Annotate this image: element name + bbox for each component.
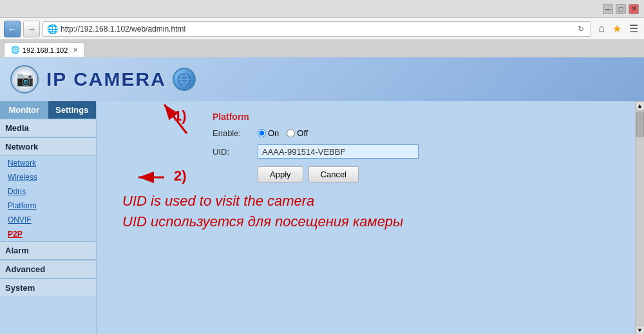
uid-row: UID: [213,144,622,159]
sidebar-section-media[interactable]: Media [0,119,96,137]
radio-off-input[interactable] [287,129,295,137]
scroll-down-button[interactable]: ▼ [636,326,645,334]
enable-row: Enable: On Off [213,128,622,138]
window-controls: ─ □ ✕ [603,4,639,14]
annotation-2: 2) [174,168,187,184]
close-button[interactable]: ✕ [629,4,639,14]
button-row: Apply Cancel [258,166,622,182]
cancel-button[interactable]: Cancel [308,166,359,182]
arrow-1-svg [161,101,213,137]
radio-on-label: On [268,128,279,138]
title-bar: ─ □ ✕ [0,0,644,18]
sidebar-section-system[interactable]: System [0,279,96,297]
sidebar-item-platform[interactable]: Platform [0,199,96,213]
sidebar: Monitor Settings Media Network Network W… [0,101,97,334]
main-layout: Monitor Settings Media Network Network W… [0,101,644,334]
bookmark-icon[interactable]: ★ [611,23,623,35]
radio-group: On Off [258,128,308,138]
tab-bar: 🌐 192.168.1.102 ✕ [0,40,644,57]
enable-label: Enable: [213,128,258,138]
refresh-icon[interactable]: ↻ [575,25,587,34]
sidebar-section-alarm[interactable]: Alarm [0,241,96,260]
minimize-button[interactable]: ─ [603,4,613,14]
radio-on-option[interactable]: On [258,128,279,138]
back-button[interactable]: ← [4,21,21,37]
nav-bar: ← → 🌐 http://192.168.1.102/web/admin.htm… [0,18,644,40]
sidebar-item-network[interactable]: Network [0,156,96,170]
forward-button[interactable]: → [23,21,40,37]
address-text: http://192.168.1.102/web/admin.html [61,25,573,34]
address-globe-icon: 🌐 [47,24,58,34]
scroll-thumb[interactable] [636,112,644,137]
annotation-1: 1) [174,108,187,124]
tab-globe-icon: 🌐 [11,46,20,54]
address-bar[interactable]: 🌐 http://192.168.1.102/web/admin.html ↻ [43,21,591,37]
info-text-english: UID is used to visit the camera [122,193,622,210]
sidebar-item-onvif[interactable]: ONVIF [0,213,96,227]
radio-off-label: Off [297,128,308,138]
logo-globe-icon [173,68,196,91]
arrow-1-container [161,101,213,139]
sidebar-item-ddns[interactable]: Ddns [0,184,96,199]
content-area: 1) 2) Platform Enable: On Off [97,101,635,334]
sidebar-item-wireless[interactable]: Wireless [0,170,96,184]
scroll-up-button[interactable]: ▲ [636,101,645,110]
menu-icon[interactable]: ☰ [627,23,640,35]
maximize-button[interactable]: □ [616,4,626,14]
home-icon[interactable]: ⌂ [596,23,607,35]
platform-title: Platform [213,112,622,122]
tab-monitor[interactable]: Monitor [0,101,48,119]
tab-settings[interactable]: Settings [48,101,97,119]
radio-on-input[interactable] [258,129,266,137]
uid-label: UID: [213,147,258,157]
apply-button[interactable]: Apply [258,166,303,182]
logo-text: IP CAMERA [46,68,166,90]
sidebar-section-network[interactable]: Network [0,137,96,156]
tab-close-button[interactable]: ✕ [73,46,78,54]
browser-tab[interactable]: 🌐 192.168.1.102 ✕ [4,43,85,57]
page: 📷 IP CAMERA Monitor Settings Media Netwo… [0,57,644,334]
sidebar-item-p2p[interactable]: P2P [0,227,96,241]
scrollbar: ▲ ▼ [635,101,644,334]
platform-section: Platform Enable: On Off [213,112,622,182]
uid-input[interactable] [258,144,419,159]
sidebar-tab-bar: Monitor Settings [0,101,96,119]
page-header: 📷 IP CAMERA [0,57,644,101]
tab-label: 192.168.1.102 [23,46,68,54]
info-text-russian: UID используется для посещения камеры [122,213,622,230]
camera-icon: 📷 [10,65,39,93]
sidebar-section-advanced[interactable]: Advanced [0,260,96,279]
radio-off-option[interactable]: Off [287,128,308,138]
